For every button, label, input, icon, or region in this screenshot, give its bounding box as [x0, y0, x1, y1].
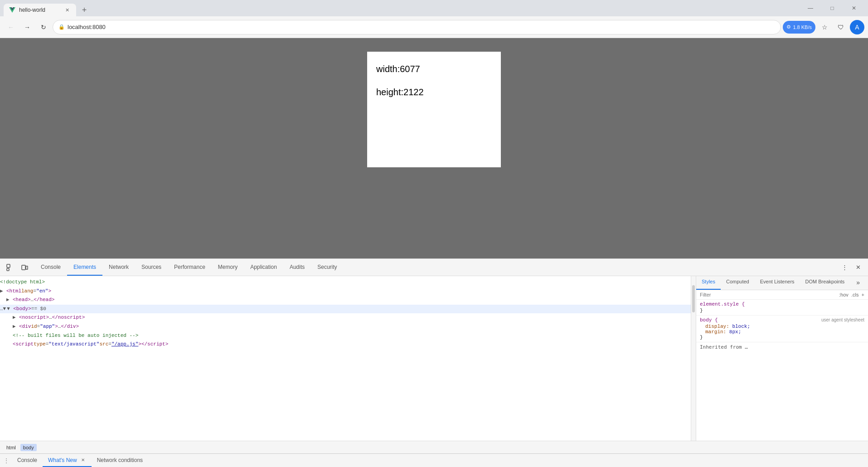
dom-line-doctype: <!doctype html>	[0, 278, 691, 287]
address-bar[interactable]: 🔒 localhost:8080	[53, 20, 781, 34]
drawer-tab-network-conditions[interactable]: Network conditions	[92, 454, 148, 467]
dom-selected-indicator: …▼	[0, 305, 6, 313]
dom-panel-wrapper: <!doctype html> ▶ <html lang = "en" > ▶	[0, 276, 696, 441]
tab-audits[interactable]: Audits	[283, 259, 311, 276]
toggle-device-toolbar-button[interactable]	[18, 261, 31, 274]
styles-filter-input[interactable]	[700, 292, 839, 297]
close-devtools-button[interactable]: ✕	[852, 261, 864, 274]
svg-rect-2	[22, 265, 25, 270]
devtools-right-buttons: ⋮ ✕	[838, 261, 864, 274]
styles-rule-element: element.style { }	[696, 300, 868, 316]
device-toolbar-icon	[21, 264, 28, 271]
width-text: width:6077	[376, 61, 492, 77]
devtools-toolbar: Console Elements Network Sources Perform…	[0, 259, 868, 276]
tab-security[interactable]: Security	[311, 259, 343, 276]
height-text: height:2122	[376, 84, 492, 100]
dom-line-script: <script type = "text/javascript" src = "…	[0, 340, 691, 349]
inspect-element-button[interactable]	[4, 261, 16, 274]
extension-icon: ⚙	[786, 24, 791, 30]
styles-filter-icons: :hov .cls +	[839, 292, 864, 297]
app-div-arrow[interactable]: ▶	[13, 323, 19, 331]
minimize-button[interactable]: —	[800, 1, 821, 15]
drawer-drag-handle: ⋮	[4, 457, 10, 464]
profile-initial: A	[855, 24, 859, 31]
svg-rect-3	[26, 266, 28, 269]
forward-button[interactable]: →	[20, 20, 34, 34]
tab-sources[interactable]: Sources	[135, 259, 168, 276]
style-prop-display: display: block;	[705, 324, 864, 329]
devtools-tabs: Console Elements Network Sources Perform…	[34, 259, 838, 276]
styles-tab-styles[interactable]: Styles	[696, 276, 721, 290]
breadcrumb-body[interactable]: body	[20, 444, 37, 451]
devtools-main: <!doctype html> ▶ <html lang = "en" > ▶	[0, 276, 868, 441]
tab-title: hello-world	[19, 7, 60, 13]
tab-performance[interactable]: Performance	[168, 259, 212, 276]
tab-elements[interactable]: Elements	[67, 259, 102, 276]
maximize-button[interactable]: □	[822, 1, 843, 15]
extension-speed: 1.8 KB/s	[793, 24, 812, 30]
head-arrow[interactable]: ▶	[6, 296, 13, 304]
drawer-network-conditions-label: Network conditions	[97, 457, 143, 463]
cursor-inspect-icon	[6, 264, 14, 271]
html-arrow[interactable]: ▶	[0, 287, 6, 296]
lock-icon: 🔒	[58, 24, 65, 30]
tab-application[interactable]: Application	[244, 259, 283, 276]
styles-panel: Styles Computed Event Listeners DOM Brea…	[696, 276, 868, 441]
navigation-bar: ← → ↻ 🔒 localhost:8080 ⚙ 1.8 KB/s ☆ 🛡 A	[0, 16, 868, 38]
devtools-breadcrumb-bar: html body	[0, 441, 868, 453]
tab-bar: hello-world ✕ +	[4, 0, 800, 16]
dom-line-comment: <!-- built files will be auto injected -…	[0, 331, 691, 341]
dom-line-app-div: ▶ <div id = "app" > … </div>	[0, 322, 691, 331]
dom-panel[interactable]: <!doctype html> ▶ <html lang = "en" > ▶	[0, 276, 691, 441]
styles-tab-computed[interactable]: Computed	[721, 276, 755, 290]
tab-console[interactable]: Console	[34, 259, 67, 276]
favicon-icon	[9, 7, 15, 13]
svg-rect-1	[7, 268, 9, 271]
back-button[interactable]: ←	[4, 20, 18, 34]
console-drawer: ⋮ Console What's New ✕ Network condition…	[0, 453, 868, 467]
url-text: localhost:8080	[68, 24, 106, 30]
devtools-left-icons	[4, 261, 31, 274]
drag-handle-icon: ⋮	[4, 457, 9, 464]
page-content: width:6077 height:2122	[0, 38, 868, 258]
nav-right-buttons: ⚙ 1.8 KB/s ☆ 🛡 A	[783, 20, 864, 34]
close-window-button[interactable]: ✕	[844, 1, 864, 15]
breadcrumb-html[interactable]: html	[4, 444, 19, 451]
drawer-console-label: Console	[17, 457, 37, 463]
dom-line-body[interactable]: …▼ ▼ <body> == $0	[0, 305, 691, 314]
dom-line-noscript: ▶ <noscript> … </noscript>	[0, 313, 691, 322]
dom-scroll-track	[691, 276, 696, 441]
drawer-whats-new-close[interactable]: ✕	[80, 457, 86, 463]
devtools-panel: Console Elements Network Sources Perform…	[0, 258, 868, 453]
styles-tabs: Styles Computed Event Listeners DOM Brea…	[696, 276, 868, 290]
drawer-tab-console[interactable]: Console	[12, 454, 43, 467]
dom-line-head: ▶ <head> … </head>	[0, 296, 691, 305]
tab-network[interactable]: Network	[102, 259, 135, 276]
body-arrow[interactable]: ▼	[7, 305, 13, 313]
inherited-label: Inherited from …	[696, 342, 868, 352]
app-content-box: width:6077 height:2122	[367, 52, 501, 167]
title-bar: hello-world ✕ + — □ ✕	[0, 0, 868, 16]
doctype-text: <!doctype html>	[0, 278, 45, 287]
shield-button[interactable]: 🛡	[834, 20, 848, 34]
browser-window: hello-world ✕ + — □ ✕ ← → ↻ 🔒 localhost:…	[0, 0, 868, 467]
more-options-button[interactable]: ⋮	[838, 261, 851, 274]
bookmark-button[interactable]: ☆	[817, 20, 832, 34]
expand-styles-tabs[interactable]: »	[851, 276, 865, 290]
noscript-arrow[interactable]: ▶	[13, 314, 19, 322]
tab-close-button[interactable]: ✕	[63, 6, 71, 14]
drawer-tab-whats-new[interactable]: What's New ✕	[43, 454, 92, 467]
window-controls: — □ ✕	[800, 1, 864, 15]
extension-button[interactable]: ⚙ 1.8 KB/s	[783, 21, 815, 34]
tab-memory[interactable]: Memory	[212, 259, 244, 276]
style-prop-margin: margin: 8px;	[705, 329, 864, 335]
dom-scroll-thumb[interactable]	[692, 285, 695, 312]
styles-tab-dom-breakpoints[interactable]: DOM Breakpoints	[800, 276, 850, 290]
profile-button[interactable]: A	[850, 20, 864, 34]
refresh-button[interactable]: ↻	[36, 20, 51, 34]
styles-filter-bar: :hov .cls +	[696, 290, 868, 300]
new-tab-button[interactable]: +	[78, 4, 91, 16]
drawer-tabs: Console What's New ✕ Network conditions	[12, 454, 148, 467]
styles-tab-event-listeners[interactable]: Event Listeners	[755, 276, 800, 290]
active-tab[interactable]: hello-world ✕	[4, 4, 76, 16]
